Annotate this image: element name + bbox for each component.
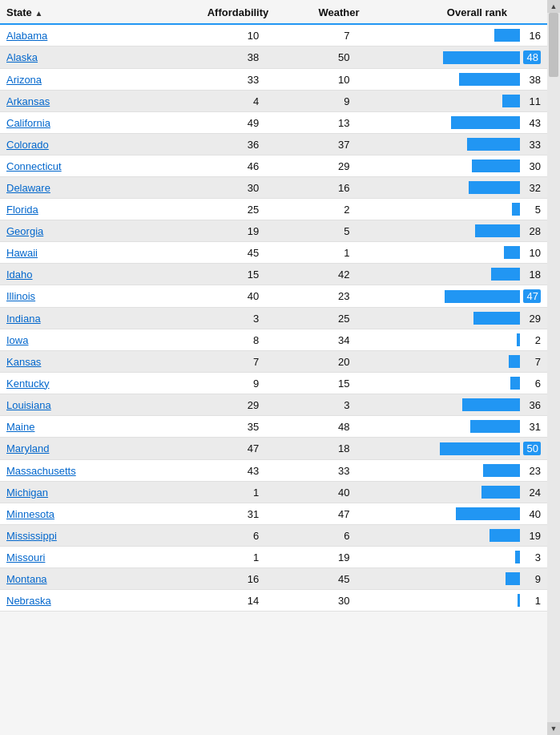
weather-cell: 13 — [275, 112, 365, 134]
rank-number: 40 — [523, 508, 541, 520]
affordability-header-label: Affordability — [207, 6, 269, 18]
affordability-cell: 19 — [170, 220, 275, 242]
state-cell[interactable]: Iowa — [0, 329, 170, 351]
affordability-cell: 30 — [170, 177, 275, 199]
table-row: Hawaii45110 — [0, 242, 547, 264]
rank-number: 36 — [523, 399, 541, 411]
state-cell[interactable]: Alaska — [0, 46, 170, 69]
table-row: Kentucky9156 — [0, 373, 547, 394]
state-cell[interactable]: Idaho — [0, 264, 170, 285]
rank-bar — [510, 377, 520, 390]
affordability-cell: 3 — [170, 308, 275, 329]
state-cell[interactable]: Alabama — [0, 24, 170, 46]
affordability-cell: 47 — [170, 438, 275, 460]
rank-cell: 48 — [366, 46, 547, 69]
state-cell[interactable]: Kentucky — [0, 373, 170, 394]
rank-cell: 10 — [366, 242, 547, 264]
table-row: Alabama10716 — [0, 24, 547, 46]
state-cell[interactable]: Maine — [0, 416, 170, 438]
weather-cell: 30 — [275, 590, 365, 612]
rank-number: 23 — [523, 465, 541, 477]
state-cell[interactable]: Missouri — [0, 547, 170, 568]
rank-number: 10 — [523, 247, 541, 259]
table-wrap: State Affordability Weather Overall rank… — [0, 0, 547, 735]
weather-cell: 48 — [275, 416, 365, 438]
state-cell[interactable]: Louisiana — [0, 394, 170, 416]
rank-number: 7 — [523, 356, 541, 368]
weather-cell: 25 — [275, 308, 365, 329]
main-container: State Affordability Weather Overall rank… — [0, 0, 560, 735]
scroll-up-button[interactable]: ▲ — [547, 0, 560, 13]
rank-bar — [469, 181, 520, 194]
state-header[interactable]: State — [0, 0, 170, 24]
table-row: Delaware301632 — [0, 177, 547, 199]
table-body: Alabama10716Alaska385048Arizona331038Ark… — [0, 24, 547, 612]
rank-cell: 9 — [366, 568, 547, 590]
rank-number: 33 — [523, 139, 541, 151]
state-cell[interactable]: Florida — [0, 199, 170, 220]
scroll-thumb[interactable] — [549, 13, 558, 77]
rank-number: 32 — [523, 182, 541, 194]
state-cell[interactable]: Illinois — [0, 285, 170, 308]
scrollbar[interactable]: ▲ ▼ — [547, 0, 560, 735]
state-cell[interactable]: Maryland — [0, 438, 170, 460]
rank-cell: 11 — [366, 91, 547, 112]
state-cell[interactable]: California — [0, 112, 170, 134]
affordability-cell: 1 — [170, 482, 275, 503]
state-cell[interactable]: Montana — [0, 568, 170, 590]
state-cell[interactable]: Mississippi — [0, 525, 170, 547]
rank-bar — [445, 290, 520, 303]
rank-cell: 31 — [366, 416, 547, 438]
rank-bar — [440, 442, 520, 455]
scroll-down-button[interactable]: ▼ — [547, 722, 560, 735]
state-cell[interactable]: Hawaii — [0, 242, 170, 264]
rank-cell: 43 — [366, 112, 547, 134]
state-cell[interactable]: Indiana — [0, 308, 170, 329]
rank-cell: 28 — [366, 220, 547, 242]
table-row: Connecticut462930 — [0, 155, 547, 177]
state-cell[interactable]: Connecticut — [0, 155, 170, 177]
weather-header[interactable]: Weather — [275, 0, 365, 24]
state-cell[interactable]: Colorado — [0, 134, 170, 155]
table-row: Illinois402347 — [0, 285, 547, 308]
table-row: Arkansas4911 — [0, 91, 547, 112]
affordability-cell: 9 — [170, 373, 275, 394]
state-cell[interactable]: Nebraska — [0, 590, 170, 612]
state-cell[interactable]: Arkansas — [0, 91, 170, 112]
state-cell[interactable]: Minnesota — [0, 503, 170, 525]
rank-cell: 5 — [366, 199, 547, 220]
affordability-cell: 7 — [170, 351, 275, 373]
rank-cell: 38 — [366, 69, 547, 91]
state-cell[interactable]: Massachusetts — [0, 460, 170, 482]
rank-cell: 3 — [366, 547, 547, 568]
affordability-cell: 6 — [170, 525, 275, 547]
state-cell[interactable]: Georgia — [0, 220, 170, 242]
rank-bar — [475, 224, 520, 237]
rank-number: 24 — [523, 487, 541, 499]
rank-number: 9 — [523, 573, 541, 585]
rank-number: 47 — [523, 289, 541, 303]
affordability-cell: 4 — [170, 91, 275, 112]
affordability-header[interactable]: Affordability — [170, 0, 275, 24]
table-row: Arizona331038 — [0, 69, 547, 91]
state-cell[interactable]: Kansas — [0, 351, 170, 373]
affordability-cell: 35 — [170, 416, 275, 438]
weather-cell: 3 — [275, 394, 365, 416]
weather-cell: 23 — [275, 285, 365, 308]
affordability-cell: 45 — [170, 242, 275, 264]
overall-rank-header[interactable]: Overall rank — [366, 0, 547, 24]
state-cell[interactable]: Arizona — [0, 69, 170, 91]
weather-cell: 2 — [275, 199, 365, 220]
table-row: Indiana32529 — [0, 308, 547, 329]
rank-bar — [518, 594, 520, 607]
scroll-track[interactable] — [547, 13, 560, 722]
affordability-cell: 1 — [170, 547, 275, 568]
table-row: Idaho154218 — [0, 264, 547, 285]
state-header-label: State — [6, 6, 32, 18]
affordability-cell: 16 — [170, 568, 275, 590]
state-cell[interactable]: Michigan — [0, 482, 170, 503]
table-row: Maine354831 — [0, 416, 547, 438]
weather-cell: 18 — [275, 438, 365, 460]
state-cell[interactable]: Delaware — [0, 177, 170, 199]
table-row: Iowa8342 — [0, 329, 547, 351]
